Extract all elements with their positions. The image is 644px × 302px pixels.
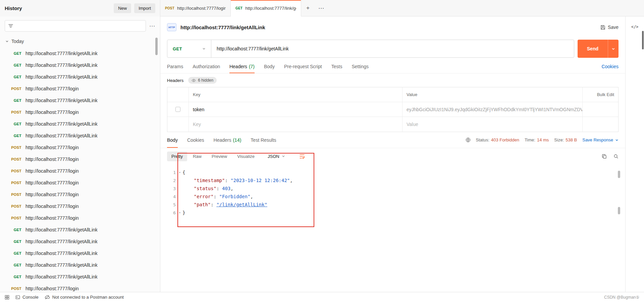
console-button[interactable]: Console: [15, 295, 39, 300]
history-item-url: http://localhost:7777/login: [25, 286, 79, 291]
sidebar-header: History New Import: [0, 0, 160, 16]
history-item[interactable]: GET http://localhost:7777/link/getAllLin…: [0, 224, 160, 235]
history-item[interactable]: POST http://localhost:7777/login: [0, 188, 160, 200]
search-icon[interactable]: [613, 154, 619, 159]
history-item[interactable]: GET http://localhost:7777/link/getAllLin…: [0, 130, 160, 141]
nav-tab[interactable]: Body: [167, 132, 178, 148]
add-tab-button[interactable]: +: [301, 0, 315, 16]
history-item-method: POST: [7, 181, 21, 185]
new-value-input[interactable]: [407, 122, 578, 127]
url-input[interactable]: [211, 46, 574, 51]
tab-options-icon[interactable]: ⋯: [315, 0, 328, 16]
nav-tab[interactable]: Cookies: [187, 132, 204, 148]
save-button[interactable]: Save: [600, 25, 619, 30]
header-key-token[interactable]: token: [189, 102, 402, 117]
time-value: 14 ms: [537, 137, 549, 142]
history-item[interactable]: POST http://localhost:7777/login: [0, 83, 160, 94]
history-item[interactable]: POST http://localhost:7777/login: [0, 212, 160, 224]
view-tabs-list: Pretty Raw Preview Visualize: [167, 152, 259, 161]
window-scrollbar-thumb[interactable]: [642, 31, 644, 49]
sidebar-more-icon[interactable]: ⋯: [149, 23, 155, 29]
nav-tab[interactable]: Tests: [331, 59, 342, 73]
history-item[interactable]: POST http://localhost:7777/login: [0, 177, 160, 188]
code-line: 4 "error": "Forbidden",: [167, 192, 625, 201]
bulk-edit-button[interactable]: Bulk Edit: [583, 87, 618, 102]
save-response-button[interactable]: Save Response: [582, 137, 619, 142]
history-item[interactable]: GET http://localhost:7777/link/getAllLin…: [0, 71, 160, 83]
format-select[interactable]: JSON: [268, 154, 285, 159]
history-item[interactable]: POST http://localhost:7777/login: [0, 153, 160, 165]
status-value: 403 Forbidden: [491, 137, 519, 142]
history-item[interactable]: GET http://localhost:7777/link/getAllLin…: [0, 59, 160, 71]
editor-tab-method: GET: [235, 6, 243, 10]
cookies-link[interactable]: Cookies: [601, 64, 619, 69]
history-search-input[interactable]: [16, 24, 142, 29]
method-select[interactable]: GET: [167, 46, 211, 51]
import-button[interactable]: Import: [134, 3, 155, 13]
history-section-today[interactable]: Today: [0, 35, 160, 47]
editor-tab[interactable]: GET http://localhost:7777/link/getAllLin…: [231, 0, 301, 16]
fold-icon[interactable]: ▾: [177, 211, 182, 214]
nav-tab[interactable]: Pre-request Script: [284, 59, 322, 73]
history-list-items: GET http://localhost:7777/link/getAllLin…: [0, 47, 160, 292]
history-item[interactable]: POST http://localhost:7777/login: [0, 141, 160, 153]
response-body-editor[interactable]: 1 ▾ { 2 "timestamp": "2023-10-12 12:26:4…: [160, 164, 625, 292]
view-tab[interactable]: Preview: [207, 152, 231, 161]
search-box[interactable]: [5, 20, 146, 32]
nav-tab[interactable]: Test Results: [251, 132, 276, 148]
nav-tab[interactable]: Settings: [352, 59, 369, 73]
code-snippet-icon[interactable]: </>: [631, 25, 639, 29]
history-item-method: GET: [7, 275, 21, 279]
request-editor: HTTP http://localhost:7777/link/getAllLi…: [160, 16, 625, 292]
history-item[interactable]: GET http://localhost:7777/link/getAllLin…: [0, 94, 160, 106]
account-status-label: Not connected to a Postman account: [52, 295, 124, 300]
history-item[interactable]: GET http://localhost:7777/link/getAllLin…: [0, 118, 160, 130]
hidden-headers-toggle[interactable]: 6 hidden: [188, 77, 217, 84]
history-item-method: POST: [7, 110, 21, 114]
send-options-chevron-icon[interactable]: [608, 40, 619, 58]
watermark: CSDN @Bugman⑤: [604, 295, 639, 300]
wrap-text-icon[interactable]: [299, 154, 305, 159]
size-value: 538 B: [566, 137, 577, 142]
copy-icon[interactable]: [602, 154, 607, 159]
nav-tab[interactable]: Params: [167, 59, 183, 73]
history-item[interactable]: POST http://localhost:7777/login: [0, 165, 160, 177]
nav-tab[interactable]: Headers (14): [214, 132, 241, 148]
history-item[interactable]: POST http://localhost:7777/login: [0, 200, 160, 212]
fold-icon[interactable]: ▾: [177, 171, 182, 174]
response-tabs: Body Cookies Headers (14) Test Results S…: [160, 132, 625, 148]
history-item[interactable]: POST http://localhost:7777/login: [0, 283, 160, 292]
history-item[interactable]: GET http://localhost:7777/link/getAllLin…: [0, 247, 160, 259]
nav-tab[interactable]: Body: [264, 59, 275, 73]
view-tab[interactable]: Visualize: [233, 152, 259, 161]
history-item[interactable]: GET http://localhost:7777/link/getAllLin…: [0, 271, 160, 283]
history-item-url: http://localhost:7777/link/getAllLink: [25, 274, 98, 279]
history-item[interactable]: GET http://localhost:7777/link/getAllLin…: [0, 235, 160, 247]
row-checkbox[interactable]: [175, 107, 180, 112]
history-item[interactable]: GET http://localhost:7777/link/getAllLin…: [0, 47, 160, 59]
history-item[interactable]: GET http://localhost:7777/link/getAllLin…: [0, 259, 160, 271]
globe-icon[interactable]: [466, 137, 471, 142]
history-item-url: http://localhost:7777/link/getAllLink: [25, 239, 98, 244]
view-tab[interactable]: Pretty: [167, 152, 187, 161]
view-tab[interactable]: Raw: [189, 152, 206, 161]
editor-tab[interactable]: POST http://localhost:7777/login: [160, 0, 231, 16]
section-label: Today: [11, 39, 24, 44]
history-item-method: GET: [7, 134, 21, 138]
history-item-method: GET: [7, 240, 21, 244]
new-button[interactable]: New: [114, 3, 131, 13]
history-item-url: http://localhost:7777/link/getAllLink: [25, 74, 98, 80]
new-key-input[interactable]: [193, 122, 398, 127]
account-status[interactable]: Not connected to a Postman account: [45, 295, 124, 300]
nav-tab[interactable]: Authorization: [193, 59, 220, 73]
header-value-token[interactable]: eyJhbGciOiJIUzI1NiJ9.eyJqdGkiOiIzZjFjYWF…: [402, 102, 583, 117]
code-line: 2 "timestamp": "2023-10-12 12:26:42",: [167, 176, 625, 184]
history-item[interactable]: POST http://localhost:7777/login: [0, 106, 160, 118]
grid-icon[interactable]: [5, 295, 9, 300]
sidebar-scrollbar-thumb[interactable]: [155, 38, 158, 55]
response-scrollbar-thumb-2[interactable]: [618, 207, 620, 214]
nav-tab[interactable]: Headers (7): [229, 59, 255, 73]
history-item-url: http://localhost:7777/login: [25, 204, 79, 209]
response-scrollbar-thumb[interactable]: [618, 171, 620, 178]
send-button[interactable]: Send: [578, 40, 619, 58]
